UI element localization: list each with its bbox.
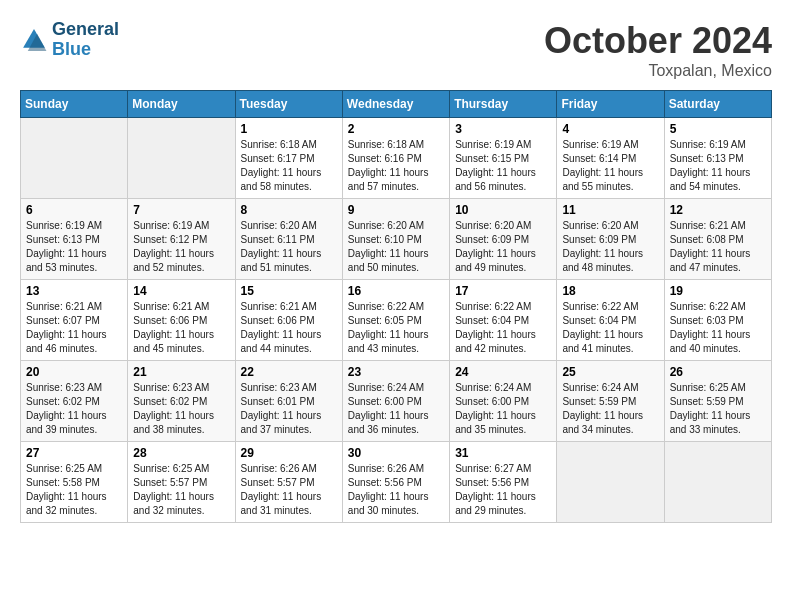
calendar-cell: 18Sunrise: 6:22 AM Sunset: 6:04 PM Dayli… [557,280,664,361]
day-number: 9 [348,203,444,217]
day-info: Sunrise: 6:18 AM Sunset: 6:16 PM Dayligh… [348,138,444,194]
day-info: Sunrise: 6:21 AM Sunset: 6:08 PM Dayligh… [670,219,766,275]
calendar-cell: 21Sunrise: 6:23 AM Sunset: 6:02 PM Dayli… [128,361,235,442]
day-number: 6 [26,203,122,217]
day-number: 4 [562,122,658,136]
calendar-cell: 14Sunrise: 6:21 AM Sunset: 6:06 PM Dayli… [128,280,235,361]
day-info: Sunrise: 6:20 AM Sunset: 6:09 PM Dayligh… [562,219,658,275]
logo: General Blue [20,20,119,60]
calendar-cell: 11Sunrise: 6:20 AM Sunset: 6:09 PM Dayli… [557,199,664,280]
weekday-header-wednesday: Wednesday [342,91,449,118]
calendar-cell [128,118,235,199]
calendar-cell: 12Sunrise: 6:21 AM Sunset: 6:08 PM Dayli… [664,199,771,280]
day-number: 15 [241,284,337,298]
calendar-cell: 13Sunrise: 6:21 AM Sunset: 6:07 PM Dayli… [21,280,128,361]
calendar-cell: 16Sunrise: 6:22 AM Sunset: 6:05 PM Dayli… [342,280,449,361]
calendar-cell: 27Sunrise: 6:25 AM Sunset: 5:58 PM Dayli… [21,442,128,523]
calendar-cell: 6Sunrise: 6:19 AM Sunset: 6:13 PM Daylig… [21,199,128,280]
day-number: 13 [26,284,122,298]
day-info: Sunrise: 6:22 AM Sunset: 6:04 PM Dayligh… [562,300,658,356]
day-info: Sunrise: 6:25 AM Sunset: 5:57 PM Dayligh… [133,462,229,518]
calendar-cell: 29Sunrise: 6:26 AM Sunset: 5:57 PM Dayli… [235,442,342,523]
day-number: 24 [455,365,551,379]
title-block: October 2024 Toxpalan, Mexico [544,20,772,80]
day-number: 21 [133,365,229,379]
calendar-cell: 24Sunrise: 6:24 AM Sunset: 6:00 PM Dayli… [450,361,557,442]
day-number: 5 [670,122,766,136]
day-info: Sunrise: 6:27 AM Sunset: 5:56 PM Dayligh… [455,462,551,518]
day-number: 17 [455,284,551,298]
weekday-header-friday: Friday [557,91,664,118]
day-info: Sunrise: 6:18 AM Sunset: 6:17 PM Dayligh… [241,138,337,194]
calendar-cell [557,442,664,523]
day-number: 31 [455,446,551,460]
day-number: 8 [241,203,337,217]
day-info: Sunrise: 6:22 AM Sunset: 6:03 PM Dayligh… [670,300,766,356]
calendar-cell: 5Sunrise: 6:19 AM Sunset: 6:13 PM Daylig… [664,118,771,199]
day-info: Sunrise: 6:20 AM Sunset: 6:10 PM Dayligh… [348,219,444,275]
day-number: 12 [670,203,766,217]
calendar-cell: 2Sunrise: 6:18 AM Sunset: 6:16 PM Daylig… [342,118,449,199]
day-number: 19 [670,284,766,298]
calendar-cell: 19Sunrise: 6:22 AM Sunset: 6:03 PM Dayli… [664,280,771,361]
day-info: Sunrise: 6:20 AM Sunset: 6:09 PM Dayligh… [455,219,551,275]
calendar-cell: 30Sunrise: 6:26 AM Sunset: 5:56 PM Dayli… [342,442,449,523]
calendar-cell: 26Sunrise: 6:25 AM Sunset: 5:59 PM Dayli… [664,361,771,442]
day-number: 18 [562,284,658,298]
day-info: Sunrise: 6:24 AM Sunset: 5:59 PM Dayligh… [562,381,658,437]
month-title: October 2024 [544,20,772,62]
page-header: General Blue October 2024 Toxpalan, Mexi… [20,20,772,80]
day-info: Sunrise: 6:25 AM Sunset: 5:59 PM Dayligh… [670,381,766,437]
day-info: Sunrise: 6:26 AM Sunset: 5:57 PM Dayligh… [241,462,337,518]
day-number: 2 [348,122,444,136]
day-info: Sunrise: 6:23 AM Sunset: 6:02 PM Dayligh… [26,381,122,437]
day-info: Sunrise: 6:23 AM Sunset: 6:02 PM Dayligh… [133,381,229,437]
day-number: 23 [348,365,444,379]
day-number: 30 [348,446,444,460]
calendar-cell: 1Sunrise: 6:18 AM Sunset: 6:17 PM Daylig… [235,118,342,199]
calendar-header: SundayMondayTuesdayWednesdayThursdayFrid… [21,91,772,118]
day-number: 29 [241,446,337,460]
day-info: Sunrise: 6:19 AM Sunset: 6:15 PM Dayligh… [455,138,551,194]
calendar-cell: 25Sunrise: 6:24 AM Sunset: 5:59 PM Dayli… [557,361,664,442]
day-number: 25 [562,365,658,379]
calendar-cell: 4Sunrise: 6:19 AM Sunset: 6:14 PM Daylig… [557,118,664,199]
calendar-cell: 17Sunrise: 6:22 AM Sunset: 6:04 PM Dayli… [450,280,557,361]
day-number: 26 [670,365,766,379]
day-info: Sunrise: 6:24 AM Sunset: 6:00 PM Dayligh… [455,381,551,437]
location: Toxpalan, Mexico [544,62,772,80]
day-number: 1 [241,122,337,136]
calendar-week-4: 27Sunrise: 6:25 AM Sunset: 5:58 PM Dayli… [21,442,772,523]
day-info: Sunrise: 6:21 AM Sunset: 6:06 PM Dayligh… [241,300,337,356]
day-number: 28 [133,446,229,460]
calendar-body: 1Sunrise: 6:18 AM Sunset: 6:17 PM Daylig… [21,118,772,523]
day-number: 11 [562,203,658,217]
day-number: 7 [133,203,229,217]
weekday-header-thursday: Thursday [450,91,557,118]
day-info: Sunrise: 6:20 AM Sunset: 6:11 PM Dayligh… [241,219,337,275]
day-info: Sunrise: 6:19 AM Sunset: 6:13 PM Dayligh… [670,138,766,194]
logo-icon [20,26,48,54]
calendar-cell: 3Sunrise: 6:19 AM Sunset: 6:15 PM Daylig… [450,118,557,199]
logo-text: General Blue [52,20,119,60]
calendar-cell: 7Sunrise: 6:19 AM Sunset: 6:12 PM Daylig… [128,199,235,280]
calendar-cell: 15Sunrise: 6:21 AM Sunset: 6:06 PM Dayli… [235,280,342,361]
day-info: Sunrise: 6:21 AM Sunset: 6:07 PM Dayligh… [26,300,122,356]
calendar-cell: 20Sunrise: 6:23 AM Sunset: 6:02 PM Dayli… [21,361,128,442]
day-info: Sunrise: 6:19 AM Sunset: 6:12 PM Dayligh… [133,219,229,275]
day-number: 3 [455,122,551,136]
calendar-cell: 10Sunrise: 6:20 AM Sunset: 6:09 PM Dayli… [450,199,557,280]
day-info: Sunrise: 6:24 AM Sunset: 6:00 PM Dayligh… [348,381,444,437]
calendar-cell: 8Sunrise: 6:20 AM Sunset: 6:11 PM Daylig… [235,199,342,280]
day-info: Sunrise: 6:22 AM Sunset: 6:04 PM Dayligh… [455,300,551,356]
weekday-header-tuesday: Tuesday [235,91,342,118]
calendar-week-2: 13Sunrise: 6:21 AM Sunset: 6:07 PM Dayli… [21,280,772,361]
day-number: 22 [241,365,337,379]
calendar: SundayMondayTuesdayWednesdayThursdayFrid… [20,90,772,523]
weekday-header-monday: Monday [128,91,235,118]
calendar-cell: 28Sunrise: 6:25 AM Sunset: 5:57 PM Dayli… [128,442,235,523]
calendar-cell: 23Sunrise: 6:24 AM Sunset: 6:00 PM Dayli… [342,361,449,442]
day-info: Sunrise: 6:25 AM Sunset: 5:58 PM Dayligh… [26,462,122,518]
day-info: Sunrise: 6:19 AM Sunset: 6:14 PM Dayligh… [562,138,658,194]
day-number: 14 [133,284,229,298]
